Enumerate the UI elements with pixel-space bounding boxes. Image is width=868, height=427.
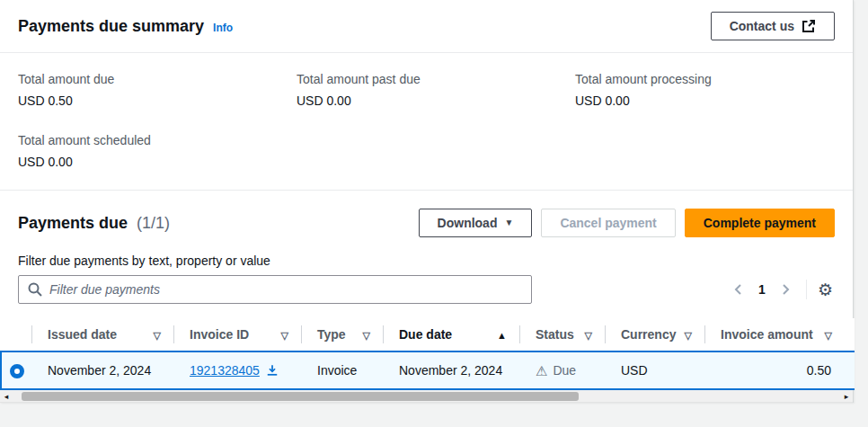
horizontal-scrollbar[interactable]: ◂ ▸ <box>0 390 853 403</box>
column-header-currency[interactable]: Currency <box>605 318 704 351</box>
page-number[interactable]: 1 <box>750 278 774 301</box>
next-page-button[interactable] <box>774 278 797 301</box>
cell-issued-date: November 2, 2024 <box>31 351 173 389</box>
item-counter: (1/1) <box>137 214 170 233</box>
external-link-icon <box>802 19 816 33</box>
complete-payment-button[interactable]: Complete payment <box>685 209 835 237</box>
complete-payment-label: Complete payment <box>704 216 816 230</box>
payments-due-section: Payments due (1/1) Download ▼ Cancel pay… <box>0 191 853 318</box>
sort-icon <box>825 327 832 342</box>
pagination-divider <box>806 280 807 299</box>
cancel-payment-button[interactable]: Cancel payment <box>541 209 675 237</box>
cell-invoice-amount: 0.50 <box>704 351 855 389</box>
metric-value: USD 0.00 <box>18 154 297 170</box>
cell-status: ⚠ Due <box>519 351 605 389</box>
contact-us-label: Contact us <box>730 19 794 33</box>
download-label: Download <box>438 216 498 230</box>
filter-label: Filter due payments by text, property or… <box>18 252 835 270</box>
column-header-status[interactable]: Status <box>519 318 605 351</box>
metric-total-amount-due: Total amount due USD 0.50 <box>18 71 297 109</box>
chevron-left-icon <box>733 284 744 295</box>
sort-icon <box>685 327 692 342</box>
warning-icon: ⚠ <box>536 364 547 378</box>
scroll-right-arrow-icon[interactable]: ▸ <box>840 390 853 403</box>
download-button[interactable]: Download ▼ <box>419 209 533 237</box>
metric-value: USD 0.00 <box>575 93 835 109</box>
table-row[interactable]: November 2, 2024 1921328405 Invoice Nove… <box>1 351 855 389</box>
summary-metrics: Total amount due USD 0.50 Total amount p… <box>0 53 853 191</box>
search-icon <box>27 281 43 298</box>
sort-icon <box>281 327 288 342</box>
sort-icon <box>154 327 161 342</box>
column-header-invoice-id[interactable]: Invoice ID <box>173 318 301 351</box>
summary-header: Payments due summary Info Contact us <box>0 0 853 53</box>
chevron-right-icon <box>780 284 791 295</box>
payments-table: Issued date Invoice ID Type Due date Sta… <box>0 318 855 390</box>
column-header-invoice-amount[interactable]: Invoice amount <box>704 318 855 351</box>
column-header-due-date[interactable]: Due date <box>383 318 519 351</box>
status-badge: Due <box>553 363 576 378</box>
table-header-row: Issued date Invoice ID Type Due date Sta… <box>1 318 855 351</box>
metric-total-amount-processing: Total amount processing USD 0.00 <box>575 71 835 109</box>
cell-invoice-id: 1921328405 <box>173 351 301 389</box>
scrollbar-thumb[interactable] <box>22 392 579 401</box>
metric-total-amount-scheduled: Total amount scheduled USD 0.00 <box>18 132 297 170</box>
cell-due-date: November 2, 2024 <box>383 351 519 389</box>
settings-gear-icon[interactable]: ⚙ <box>816 281 835 298</box>
previous-page-button[interactable] <box>727 278 750 301</box>
sort-icon <box>585 327 592 342</box>
section-title: Payments due <box>18 214 128 233</box>
metric-label: Total amount past due <box>297 71 575 87</box>
metric-label: Total amount scheduled <box>18 132 297 148</box>
invoice-id-link[interactable]: 1921328405 <box>190 363 279 378</box>
payments-due-summary-card: Payments due summary Info Contact us Tot… <box>0 0 854 403</box>
select-column-header <box>1 318 31 351</box>
sort-icon <box>363 327 370 342</box>
contact-us-button[interactable]: Contact us <box>711 12 835 40</box>
cancel-payment-label: Cancel payment <box>560 216 656 230</box>
metric-label: Total amount due <box>18 71 297 87</box>
metric-value: USD 0.00 <box>297 93 575 109</box>
info-link[interactable]: Info <box>213 22 233 34</box>
metric-total-amount-past-due: Total amount past due USD 0.00 <box>297 71 575 109</box>
download-icon <box>266 364 279 377</box>
cell-currency: USD <box>605 351 704 389</box>
scroll-left-arrow-icon[interactable]: ◂ <box>0 390 13 403</box>
page-title: Payments due summary <box>18 17 204 36</box>
cell-type: Invoice <box>301 351 383 389</box>
column-header-issued-date[interactable]: Issued date <box>31 318 173 351</box>
caret-down-icon: ▼ <box>504 218 513 227</box>
pagination: 1 ⚙ <box>727 278 835 301</box>
metric-label: Total amount processing <box>575 71 835 87</box>
metric-value: USD 0.50 <box>18 93 297 109</box>
row-select-radio[interactable] <box>10 364 24 378</box>
column-header-type[interactable]: Type <box>301 318 383 351</box>
filter-input[interactable] <box>18 275 532 304</box>
sort-ascending-icon <box>497 327 507 342</box>
